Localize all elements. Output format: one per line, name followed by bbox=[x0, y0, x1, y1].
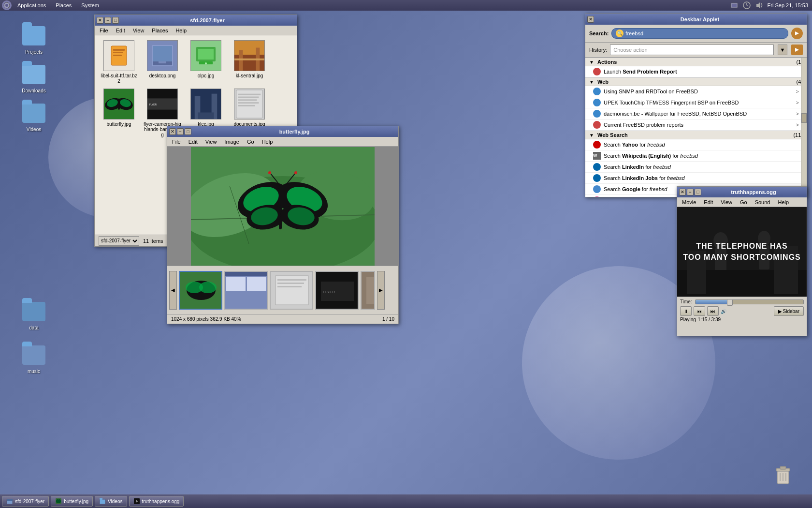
taskbar-item-videos[interactable]: Videos bbox=[95, 496, 127, 507]
iv-menu-go[interactable]: Go bbox=[244, 138, 257, 146]
desktop-icon-videos[interactable]: Videos bbox=[14, 102, 53, 132]
thumbnail-5[interactable] bbox=[361, 271, 375, 310]
pause-btn[interactable]: ⏸ bbox=[680, 306, 692, 316]
search-go-btn[interactable] bbox=[791, 28, 803, 39]
wikipedia-icon: W bbox=[593, 152, 601, 160]
file-item[interactable]: libel-suit-ttf.tar.bz2 bbox=[100, 40, 138, 84]
thumbnail-4[interactable]: FLYER bbox=[315, 271, 359, 310]
vp-menu-edit[interactable]: Edit bbox=[701, 198, 716, 206]
image-viewer-minimize-btn[interactable]: − bbox=[177, 128, 184, 135]
history-dropdown[interactable]: Choose action bbox=[610, 45, 774, 55]
iv-menu-help[interactable]: Help bbox=[259, 138, 276, 146]
history-go-btn[interactable] bbox=[791, 45, 803, 55]
wikipedia-label: Search Wikipedia (English) for freebsd bbox=[604, 153, 698, 159]
thumbnail-1[interactable] bbox=[179, 271, 222, 310]
fm-menu-view[interactable]: View bbox=[130, 27, 147, 34]
svg-marker-88 bbox=[795, 48, 799, 52]
action-item-send-report[interactable]: Launch Send Problem Report bbox=[585, 66, 807, 77]
video-time-row: Time: bbox=[680, 299, 804, 304]
svg-point-67 bbox=[268, 171, 271, 174]
svg-rect-36 bbox=[118, 98, 120, 109]
system-menu[interactable]: System bbox=[77, 1, 103, 9]
taskbar-item-truthhappens[interactable]: truthhappens.ogg bbox=[129, 496, 184, 507]
desktop-icon-trash[interactable] bbox=[764, 463, 802, 489]
rewind-btn[interactable]: ⏮ bbox=[694, 306, 705, 316]
file-item[interactable]: kl-sentral.jpg bbox=[230, 40, 269, 84]
progress-thumb[interactable] bbox=[727, 299, 733, 306]
web-item-1[interactable]: Using SNMP and RRDTool on FreeBSD > bbox=[585, 86, 807, 97]
search-item-yahoo[interactable]: Search Yahoo for freebsd bbox=[585, 139, 807, 150]
svg-rect-30 bbox=[234, 59, 264, 60]
vp-menu-movie[interactable]: Movie bbox=[679, 198, 699, 206]
fm-menu-places[interactable]: Places bbox=[149, 27, 171, 34]
search-input[interactable]: 🔍 freebsd bbox=[611, 28, 788, 39]
thumb-next-btn[interactable]: ▶ bbox=[377, 271, 385, 310]
volume-icon: 🔊 bbox=[721, 309, 726, 314]
iv-menu-file[interactable]: File bbox=[169, 138, 184, 146]
svg-point-72 bbox=[199, 282, 217, 293]
fm-menu-edit[interactable]: Edit bbox=[113, 27, 128, 34]
google-label: Search Google for freebsd bbox=[604, 186, 667, 192]
video-player-close-btn[interactable]: ✕ bbox=[679, 189, 686, 195]
desktop-icon-downloads[interactable]: Downloads bbox=[14, 63, 53, 93]
image-viewer-maximize-btn[interactable]: □ bbox=[185, 128, 191, 135]
projects-label: Projects bbox=[25, 49, 43, 55]
file-manager-minimize-btn[interactable]: − bbox=[104, 17, 111, 24]
web-toggle[interactable]: ▼ bbox=[589, 79, 594, 85]
iv-menu-edit[interactable]: Edit bbox=[186, 138, 201, 146]
file-manager-maximize-btn[interactable]: □ bbox=[112, 17, 119, 24]
folder-select[interactable]: sfd-2007-flyer bbox=[99, 236, 139, 246]
applications-menu[interactable]: Applications bbox=[14, 1, 50, 9]
thumbnail-3[interactable] bbox=[270, 271, 313, 310]
video-progress-bar[interactable] bbox=[695, 299, 804, 304]
vp-menu-view[interactable]: View bbox=[718, 198, 735, 206]
web-icon-1 bbox=[593, 88, 601, 95]
search-item-linkedin-jobs[interactable]: Search LinkedIn Jobs for freebsd bbox=[585, 173, 807, 184]
search-item-linkedin[interactable]: Search LinkedIn for freebsd bbox=[585, 162, 807, 173]
vp-menu-go[interactable]: Go bbox=[737, 198, 750, 206]
web-item-3[interactable]: daemonisch.be - Wallpaper für FreeBSD, N… bbox=[585, 108, 807, 120]
taskbar-item-butterfly[interactable]: butterfly.jpg bbox=[51, 496, 93, 507]
google-icon bbox=[593, 185, 601, 193]
desktop-icon-projects[interactable]: Projects bbox=[14, 24, 53, 55]
web-item-2[interactable]: UPEK TouchChip TFM/ESS Fingerprint BSP o… bbox=[585, 97, 807, 108]
taskbar-item-sfd[interactable]: sfd-2007-flyer bbox=[2, 496, 49, 507]
fm-menu-help[interactable]: Help bbox=[173, 27, 189, 34]
sidebar-btn[interactable]: ▶ Sidebar bbox=[774, 306, 804, 316]
vp-menu-help[interactable]: Help bbox=[775, 198, 792, 206]
video-overlay-text: THE TELEPHONE HASTOO MANY SHORTCOMINGS bbox=[683, 241, 801, 263]
image-viewer-close-btn[interactable]: ✕ bbox=[169, 128, 176, 135]
deskbar-scrollbar[interactable] bbox=[801, 58, 807, 197]
file-item[interactable]: desktop.png bbox=[143, 40, 182, 84]
svg-rect-10 bbox=[780, 466, 786, 469]
web-item-4[interactable]: Current FreeBSD problem reports > bbox=[585, 120, 807, 131]
svg-rect-45 bbox=[238, 94, 261, 95]
desktop-icon-music[interactable]: music bbox=[14, 344, 53, 374]
fm-menu-file[interactable]: File bbox=[97, 27, 111, 34]
file-item[interactable]: olpc.jpg bbox=[187, 40, 225, 84]
data-folder-icon bbox=[22, 300, 45, 323]
thumb-prev-btn[interactable]: ◀ bbox=[169, 271, 177, 310]
iv-menu-view[interactable]: View bbox=[203, 138, 220, 146]
places-menu[interactable]: Places bbox=[52, 1, 75, 9]
search-value: freebsd bbox=[625, 30, 643, 36]
volume-control: 🔊 bbox=[721, 309, 726, 314]
scrollbar-thumb[interactable] bbox=[801, 113, 807, 123]
file-item[interactable]: butterfly.jpg bbox=[100, 89, 138, 137]
image-viewer-thumbs: ◀ FLYER ▶ bbox=[167, 266, 398, 314]
history-dropdown-btn[interactable]: ▼ bbox=[778, 45, 787, 55]
video-player-maximize-btn[interactable]: □ bbox=[695, 189, 701, 195]
file-manager-close-btn[interactable]: ✕ bbox=[97, 17, 103, 24]
actions-toggle[interactable]: ▼ bbox=[589, 60, 594, 65]
thumbnail-2[interactable] bbox=[224, 271, 268, 310]
forward-btn[interactable]: ⏭ bbox=[707, 306, 719, 316]
search-item-wikipedia[interactable]: W Search Wikipedia (English) for freebsd bbox=[585, 150, 807, 162]
websearch-toggle[interactable]: ▼ bbox=[589, 133, 594, 138]
iv-menu-image[interactable]: Image bbox=[221, 138, 242, 146]
filename-3: olpc.jpg bbox=[198, 73, 214, 78]
vp-menu-sound[interactable]: Sound bbox=[752, 198, 773, 206]
video-player-minimize-btn[interactable]: − bbox=[687, 189, 694, 195]
video-player-menubar: Movie Edit View Go Sound Help bbox=[677, 197, 807, 207]
deskbar-close-btn[interactable]: ✕ bbox=[587, 16, 594, 23]
desktop-icon-data[interactable]: data bbox=[14, 300, 53, 330]
